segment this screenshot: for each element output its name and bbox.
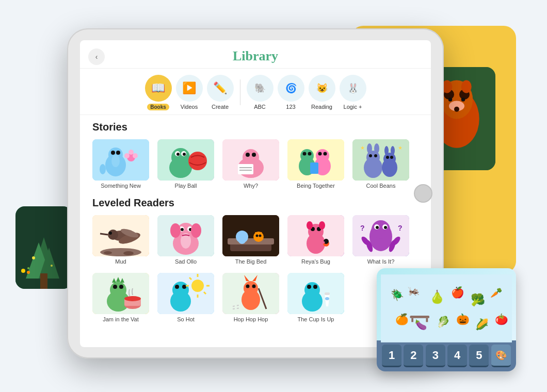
svg-point-82 [383,153,396,165]
svg-rect-35 [411,318,413,322]
svg-point-43 [100,164,106,174]
book-big-bed[interactable]: The Big Bed [222,215,279,265]
svg-point-84 [391,146,395,155]
number-tile-extra[interactable]: 🎨 [491,345,511,367]
123-label: 123 [286,104,295,110]
svg-text:🌽: 🌽 [475,318,489,331]
123-icon: 🌀 [278,75,304,102]
book-cover-something-new [92,139,149,181]
books-icon: 📖 [145,75,172,102]
svg-point-125 [307,221,313,230]
book-jam-vat[interactable]: Jam in the Vat [92,273,149,322]
svg-point-153 [124,296,141,301]
book-cover-mud [92,215,149,256]
tab-create[interactable]: ✏️ Create [207,75,234,110]
svg-point-16 [32,256,35,259]
svg-point-159 [191,280,204,292]
tab-books[interactable]: 📖 Books [145,75,172,110]
svg-point-105 [181,228,184,231]
svg-point-183 [325,297,329,300]
book-title-what-is-it: What Is It? [367,258,395,265]
svg-rect-34 [410,316,429,318]
number-tile-1[interactable]: 1 [382,345,401,367]
create-icon: ✏️ [207,75,234,102]
book-title-jam-vat: Jam in the Vat [103,316,139,322]
svg-point-59 [246,153,250,157]
leveled-grid: Mud [92,215,419,322]
svg-point-42 [116,151,120,155]
svg-point-95 [109,232,112,235]
svg-point-19 [21,269,25,273]
svg-point-58 [243,149,259,166]
book-title-why: Why? [244,183,258,189]
svg-text:🍅: 🍅 [495,313,508,326]
svg-rect-112 [228,238,274,244]
tab-123[interactable]: 🌀 123 [278,75,304,110]
create-label: Create [212,104,229,110]
svg-point-66 [300,149,314,162]
book-mud[interactable]: Mud [92,215,149,265]
tab-abc[interactable]: 🐘 ABC [247,75,274,110]
book-hop-hop-hop[interactable]: Hop Hop Hop [222,273,279,322]
book-title-mud: Mud [115,258,126,265]
svg-rect-36 [426,318,428,322]
svg-text:★: ★ [398,145,403,151]
svg-rect-21 [381,274,512,342]
svg-point-70 [316,149,329,162]
book-cup-is-up[interactable]: The Cup Is Up [287,273,344,322]
videos-label: Videos [181,104,198,110]
svg-point-46 [133,153,138,158]
book-title-cool-beans: Cool Beans [366,183,396,189]
book-cover-why [222,139,279,181]
svg-point-157 [175,285,179,289]
svg-point-41 [111,151,115,155]
svg-point-115 [253,232,264,242]
svg-point-85 [386,156,389,159]
number-tile-3[interactable]: 3 [426,345,445,367]
number-tile-4[interactable]: 4 [447,345,467,367]
book-title-sad-ollo: Sad Ollo [175,258,197,265]
tab-divider [240,79,240,105]
book-so-hot[interactable]: So Hot [157,273,214,322]
ipad-home-button[interactable] [414,184,432,203]
book-cover-what-is-it: ? ? [352,215,409,256]
svg-point-126 [319,221,325,230]
svg-point-50 [171,148,190,167]
book-reyas-bug[interactable]: Reya's Bug [287,215,344,265]
svg-text:🥬: 🥬 [437,315,450,329]
svg-point-108 [191,223,201,238]
svg-point-18 [27,267,29,269]
book-something-new[interactable]: Something New [92,139,149,189]
svg-text:🍎: 🍎 [451,286,464,299]
svg-point-168 [244,281,258,296]
back-button[interactable]: ‹ [88,48,105,65]
book-cool-beans[interactable]: ★ ★ Cool Beans [352,139,409,189]
logic-icon: 🐰 [340,75,366,102]
number-tile-5[interactable]: 5 [469,345,489,367]
svg-text:🍊: 🍊 [395,313,409,326]
tab-reading[interactable]: 😺 Reading [309,75,335,110]
svg-point-10 [461,80,472,93]
book-why[interactable]: Why? [222,139,279,189]
book-title-so-hot: So Hot [177,316,195,322]
number-tile-2[interactable]: 2 [404,345,423,367]
tab-videos[interactable]: ▶️ Videos [176,75,203,110]
book-title-big-bed: The Big Bed [235,258,267,265]
svg-point-136 [384,226,387,229]
book-what-is-it[interactable]: ? ? What Is It? [352,215,409,265]
book-cover-cool-beans: ★ ★ [352,139,409,181]
book-title-cup-is-up: The Cup Is Up [298,316,334,322]
svg-text:🥦: 🥦 [471,293,486,307]
tab-logic[interactable]: 🐰 Logic + [340,75,366,110]
book-title-reyas-bug: Reya's Bug [301,258,330,265]
books-label: Books [147,104,169,110]
stories-section-title: Stories [92,121,419,133]
svg-point-114 [238,238,246,244]
svg-point-91 [108,230,118,240]
book-sad-ollo[interactable]: Sad Ollo [157,215,214,265]
book-being-together[interactable]: Being Together [287,139,344,189]
svg-point-78 [374,143,379,154]
book-play-ball[interactable]: Play Ball [157,139,214,189]
svg-point-180 [313,285,317,289]
svg-point-77 [367,143,372,154]
